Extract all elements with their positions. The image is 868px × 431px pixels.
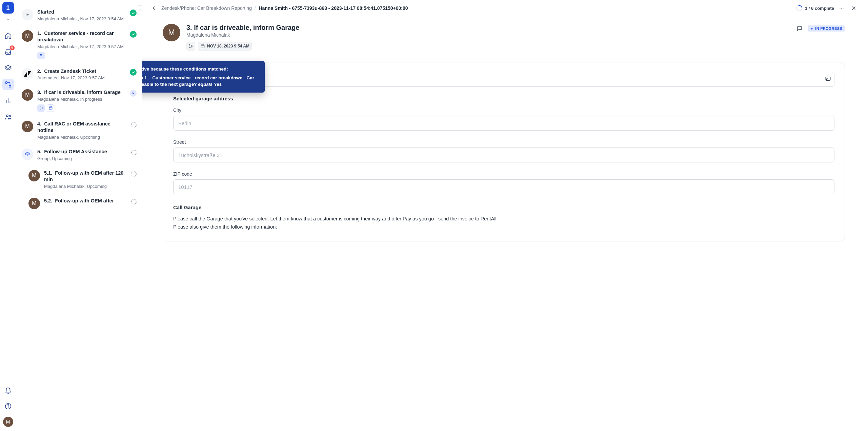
calendar-chip[interactable] xyxy=(47,104,54,112)
assignee-avatar[interactable]: M xyxy=(163,24,180,41)
workspace-switcher-chevron[interactable] xyxy=(6,17,11,23)
step-status xyxy=(131,150,137,155)
ellipsis-icon xyxy=(839,5,845,11)
nav-workflows[interactable] xyxy=(2,79,14,90)
city-label: City xyxy=(173,107,834,113)
step-meta: Automated, Nov 17, 2023 9:57 AM xyxy=(37,75,126,80)
svg-point-9 xyxy=(8,408,8,408)
svg-point-12 xyxy=(40,109,40,110)
timeline-step[interactable]: M1. Customer service - record car breakd… xyxy=(20,27,138,65)
home-icon xyxy=(4,32,12,39)
task-header: M 3. If car is driveable, inform Garage … xyxy=(163,24,845,51)
workspace-badge[interactable]: 1 xyxy=(2,2,14,14)
step-title: 5.1. Follow-up with OEM after 120 min xyxy=(44,170,127,183)
step-status xyxy=(130,31,137,38)
chevron-left-icon xyxy=(151,5,157,11)
svg-point-11 xyxy=(40,106,40,107)
step-status xyxy=(131,122,137,128)
workspace-badge-number: 1 xyxy=(6,4,9,12)
condition-tooltip: Step active because these conditions mat… xyxy=(142,61,265,93)
workflow-icon xyxy=(4,81,12,88)
step-avatar xyxy=(22,149,33,160)
step-title: Started xyxy=(37,9,126,16)
svg-point-6 xyxy=(6,115,8,117)
svg-rect-31 xyxy=(201,45,204,48)
branch-icon xyxy=(188,44,193,48)
timeline-step[interactable]: 2. Create Zendesk TicketAutomated, Nov 1… xyxy=(20,65,138,87)
task-condition-chip[interactable]: Step active because these conditions mat… xyxy=(186,42,195,51)
step-meta: Magdalena Michalak, In progress xyxy=(37,97,126,102)
garage-name-input[interactable] xyxy=(173,72,834,87)
step-avatar xyxy=(22,9,33,20)
timeline-panel: StartedMagdalena Michalak, Nov 17, 2023 … xyxy=(16,0,142,431)
progress-ring-icon xyxy=(795,4,804,13)
step-avatar: M xyxy=(22,121,33,132)
svg-point-13 xyxy=(42,108,42,109)
left-nav-rail: 1 9 M xyxy=(0,0,16,431)
nav-inbox[interactable]: 9 xyxy=(2,46,14,58)
timeline-step[interactable]: M5.1. Follow-up with OEM after 120 minMa… xyxy=(20,167,138,195)
nav-team[interactable] xyxy=(2,111,14,123)
nav-user-avatar[interactable]: M xyxy=(3,417,13,427)
task-title: 3. If car is driveable, inform Garage xyxy=(186,24,299,32)
close-button[interactable] xyxy=(849,3,859,13)
call-garage-heading: Call Garage xyxy=(173,204,834,210)
svg-marker-18 xyxy=(133,92,134,94)
step-status xyxy=(131,199,137,204)
breadcrumb-parent[interactable]: Zendesk/Phone: Car Breakdown Reporting xyxy=(161,5,252,11)
nav-reports[interactable] xyxy=(2,95,14,106)
layers-icon xyxy=(4,64,12,72)
city-input[interactable] xyxy=(173,116,834,131)
step-title: 1. Customer service - record car breakdo… xyxy=(37,30,126,43)
contact-picker-button[interactable] xyxy=(825,76,831,83)
tooltip-heading: Step active because these conditions mat… xyxy=(142,66,259,73)
nav-home[interactable] xyxy=(2,30,14,41)
zip-input[interactable] xyxy=(173,179,834,194)
svg-point-7 xyxy=(9,115,11,117)
step-status xyxy=(130,69,137,76)
chevron-left-icon xyxy=(138,8,142,12)
step-title: 5.2. Follow-up with OEM after xyxy=(44,198,127,204)
step-title: 2. Create Zendesk Ticket xyxy=(37,68,126,75)
step-meta: Magdalena Michalak, Nov 17, 2023 9:57 AM xyxy=(37,44,126,49)
timeline-step[interactable]: 5. Follow-up OEM AssistanceGroup, Upcomi… xyxy=(20,146,138,167)
help-icon xyxy=(4,403,12,410)
close-icon xyxy=(851,5,857,11)
svg-marker-10 xyxy=(27,13,29,16)
nav-stacks[interactable] xyxy=(2,62,14,74)
comment-icon xyxy=(796,25,803,32)
svg-point-20 xyxy=(840,8,840,8)
street-input[interactable] xyxy=(173,148,834,162)
svg-point-27 xyxy=(191,46,192,46)
task-assignee: Magdalena Michalak xyxy=(186,32,299,38)
step-avatar: M xyxy=(22,89,33,101)
flag-chip[interactable] xyxy=(37,52,45,59)
task-status-text: IN PROGRESS xyxy=(815,26,842,31)
task-due-chip[interactable]: NOV 18, 2023 9:54 AM xyxy=(198,42,252,51)
contact-card-icon xyxy=(825,76,831,82)
nav-notifications[interactable] xyxy=(2,384,14,396)
calendar-icon xyxy=(200,44,205,48)
svg-point-21 xyxy=(841,8,842,8)
svg-point-37 xyxy=(827,78,828,79)
zip-label: ZIP code xyxy=(173,171,834,177)
step-meta: Magdalena Michalak, Nov 17, 2023 9:54 AM xyxy=(37,16,126,21)
nav-help[interactable] xyxy=(2,400,14,412)
timeline-step[interactable]: M3. If car is driveable, inform GarageMa… xyxy=(20,86,138,118)
step-status xyxy=(130,9,137,16)
timeline-step[interactable]: M4. Call RAC or OEM assistance hotlineMa… xyxy=(20,118,138,146)
task-status-pill[interactable]: IN PROGRESS xyxy=(808,25,845,32)
task-form-card: Selected garage address City Street ZIP … xyxy=(163,62,845,241)
step-status xyxy=(130,90,137,97)
timeline-step[interactable]: StartedMagdalena Michalak, Nov 17, 2023 … xyxy=(20,6,138,27)
breadcrumb-current: Hanna Smith - 6755-7393u-863 - 2023-11-1… xyxy=(259,5,408,11)
breadcrumb-back[interactable] xyxy=(149,3,159,13)
topbar: Zendesk/Phone: Car Breakdown Reporting /… xyxy=(142,0,865,16)
svg-marker-35 xyxy=(811,27,813,29)
timeline-step[interactable]: M5.2. Follow-up with OEM after xyxy=(20,195,138,215)
branch-chip[interactable] xyxy=(37,104,45,112)
task-comments-button[interactable] xyxy=(795,24,804,33)
chevron-down-icon xyxy=(6,17,11,22)
more-menu-button[interactable] xyxy=(837,3,846,13)
step-title: 3. If car is driveable, inform Garage xyxy=(37,89,126,96)
